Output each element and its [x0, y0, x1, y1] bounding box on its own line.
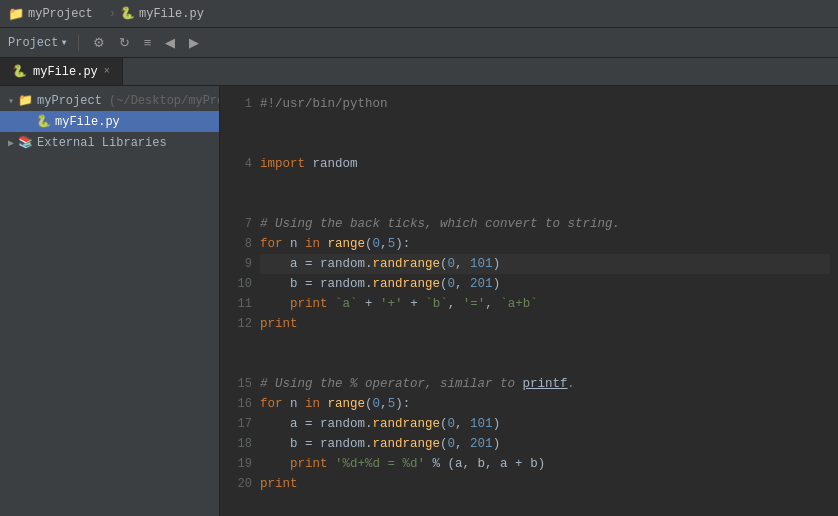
sidebar-file-label: myFile.py — [55, 115, 120, 129]
code-line-4: import random — [260, 154, 830, 174]
code-line-14 — [260, 354, 830, 374]
main-layout: ▾ 📁 myProject (~/Desktop/myPro... 🐍 myFi… — [0, 86, 838, 516]
project-title: 📁 myProject — [8, 6, 93, 22]
code-line-1: #!/usr/bin/python — [260, 94, 830, 114]
code-line-2 — [260, 114, 830, 134]
code-line-18: b = random.randrange(0, 201) — [260, 434, 830, 454]
title-separator: › — [109, 7, 116, 21]
tab-bar: 🐍 myFile.py × — [0, 58, 838, 86]
sidebar: ▾ 📁 myProject (~/Desktop/myPro... 🐍 myFi… — [0, 86, 220, 516]
tab-myfile[interactable]: 🐍 myFile.py × — [0, 58, 123, 85]
project-dropdown[interactable]: Project ▾ — [8, 35, 68, 50]
title-file-name: myFile.py — [139, 7, 204, 21]
chevron-down-icon: ▾ — [8, 95, 14, 107]
project-dropdown-label: Project — [8, 36, 58, 50]
sidebar-project-label: myProject (~/Desktop/myPro... — [37, 94, 219, 108]
toolbar: Project ▾ ⚙ ↻ ≡ ◀ ▶ — [0, 28, 838, 58]
sidebar-item-project-root[interactable]: ▾ 📁 myProject (~/Desktop/myPro... — [0, 90, 219, 111]
code-lines: #!/usr/bin/python import random # Using … — [260, 94, 838, 516]
tab-close-button[interactable]: × — [104, 66, 110, 77]
code-line-12: print — [260, 314, 830, 334]
toolbar-btn-menu[interactable]: ≡ — [140, 33, 156, 52]
code-line-8: for n in range(0,5): — [260, 234, 830, 254]
title-bar: 📁 myProject › 🐍 myFile.py — [0, 0, 838, 28]
toolbar-btn-refresh[interactable]: ↻ — [115, 33, 134, 52]
code-line-19: print '%d+%d = %d' % (a, b, a + b) — [260, 454, 830, 474]
code-container: 1 4 7 8 9 10 11 12 15 16 17 18 19 20 — [220, 94, 838, 516]
line-numbers: 1 4 7 8 9 10 11 12 15 16 17 18 19 20 — [220, 94, 260, 516]
code-line-5 — [260, 174, 830, 194]
sidebar-extlib-label: External Libraries — [37, 136, 167, 150]
toolbar-btn-forward[interactable]: ▶ — [185, 33, 203, 52]
py-file-icon: 🐍 — [36, 114, 51, 129]
file-title: 🐍 myFile.py — [120, 6, 204, 21]
chevron-down-icon: ▾ — [60, 35, 67, 50]
toolbar-btn-back[interactable]: ◀ — [161, 33, 179, 52]
code-line-20: print — [260, 474, 830, 494]
code-line-9: a = random.randrange(0, 101) — [260, 254, 830, 274]
editor-area[interactable]: 1 4 7 8 9 10 11 12 15 16 17 18 19 20 — [220, 86, 838, 516]
project-folder-icon: 📁 — [18, 93, 33, 108]
extlib-icon: 📚 — [18, 135, 33, 150]
code-line-3 — [260, 134, 830, 154]
code-line-17: a = random.randrange(0, 101) — [260, 414, 830, 434]
tab-file-icon: 🐍 — [12, 64, 27, 79]
chevron-right-icon: ▶ — [8, 137, 14, 149]
code-line-10: b = random.randrange(0, 201) — [260, 274, 830, 294]
toolbar-divider-1 — [78, 35, 79, 51]
code-line-15: # Using the % operator, similar to print… — [260, 374, 830, 394]
project-folder-icon: 📁 — [8, 6, 24, 22]
code-line-6 — [260, 194, 830, 214]
code-line-11: print `a` + '+' + `b`, '=', `a+b` — [260, 294, 830, 314]
sidebar-item-extlib[interactable]: ▶ 📚 External Libraries — [0, 132, 219, 153]
code-line-21 — [260, 494, 830, 514]
tab-file-name: myFile.py — [33, 65, 98, 79]
code-line-16: for n in range(0,5): — [260, 394, 830, 414]
project-name-label: myProject — [28, 7, 93, 21]
code-line-7: # Using the back ticks, which convert to… — [260, 214, 830, 234]
sidebar-item-myfile[interactable]: 🐍 myFile.py — [0, 111, 219, 132]
toolbar-btn-settings[interactable]: ⚙ — [89, 33, 109, 52]
code-line-13 — [260, 334, 830, 354]
title-file-icon: 🐍 — [120, 6, 135, 21]
